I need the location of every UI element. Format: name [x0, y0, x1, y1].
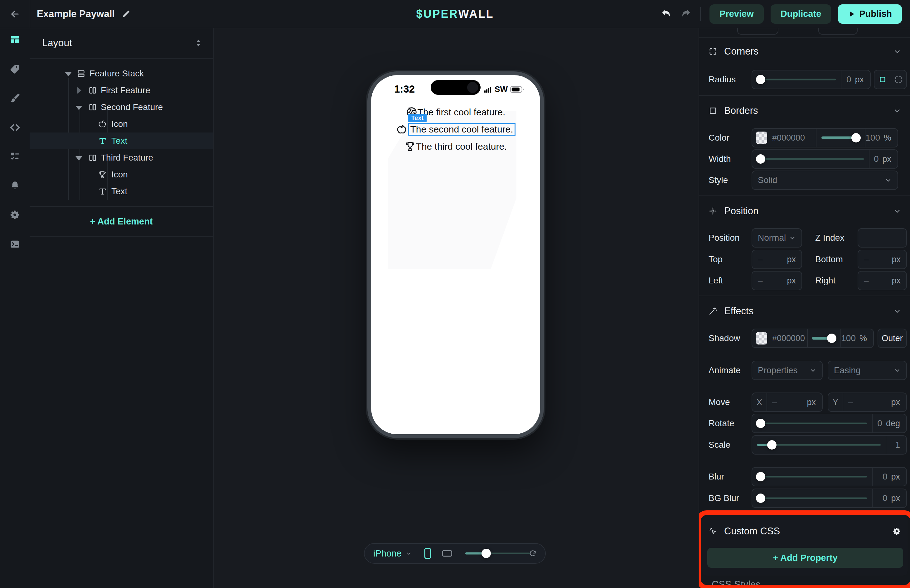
settings-gear-icon[interactable]: [10, 210, 20, 220]
move-x-input[interactable]: –px: [766, 393, 822, 411]
border-opacity-slider[interactable]: [816, 129, 865, 147]
border-color-swatch[interactable]: #000000: [752, 129, 816, 147]
radius-input[interactable]: 0px: [841, 71, 870, 89]
animate-properties-select[interactable]: Properties: [752, 361, 823, 380]
expander-down-icon[interactable]: [76, 106, 82, 110]
add-element-button[interactable]: + Add Element: [30, 210, 213, 233]
landscape-orientation-icon[interactable]: [442, 549, 453, 558]
feature-text[interactable]: The second cool feature.: [410, 124, 513, 134]
tree-item-icon[interactable]: Icon: [30, 166, 213, 183]
checklist-icon[interactable]: [10, 151, 20, 162]
feature-text[interactable]: The first cool feature.: [418, 107, 506, 118]
shadow-slider-handle[interactable]: [827, 334, 836, 343]
scale-slider[interactable]: [752, 436, 886, 454]
layout-tab-icon[interactable]: [10, 34, 20, 45]
position-type-select[interactable]: Normal: [752, 228, 802, 247]
rotate-input[interactable]: 0deg: [872, 414, 906, 433]
corners-section-header[interactable]: Corners: [699, 42, 910, 61]
border-style-row: Style Solid: [699, 171, 910, 190]
bg-blur-slider-handle[interactable]: [756, 494, 765, 503]
terminal-icon[interactable]: [10, 239, 20, 249]
scale-input[interactable]: 1: [886, 436, 906, 454]
left-input[interactable]: –px: [752, 271, 802, 290]
chevron-down-icon[interactable]: [893, 307, 901, 315]
expander-down-icon[interactable]: [76, 156, 82, 161]
tree-item-text-selected[interactable]: Text: [30, 132, 213, 149]
preview-button[interactable]: Preview: [710, 4, 764, 24]
zoom-slider-handle[interactable]: [482, 549, 491, 558]
code-icon[interactable]: [9, 122, 21, 133]
border-width-slider[interactable]: [752, 150, 869, 168]
bottom-input[interactable]: –px: [858, 250, 907, 269]
theme-brush-icon[interactable]: [10, 93, 20, 103]
chevron-down-icon[interactable]: [893, 47, 901, 55]
radius-slider-handle[interactable]: [756, 75, 765, 84]
rotate-slider-handle[interactable]: [756, 419, 765, 428]
notifications-bell-icon[interactable]: [10, 180, 20, 191]
carrier-label: SW: [495, 84, 508, 94]
feature-text[interactable]: The third cool feature.: [416, 141, 507, 152]
back-button[interactable]: [0, 0, 30, 28]
border-style-select[interactable]: Solid: [752, 171, 898, 190]
tree-item-feature-stack[interactable]: Feature Stack: [30, 65, 213, 82]
feature-row[interactable]: The first cool feature.: [406, 105, 506, 120]
opacity-slider-handle[interactable]: [851, 133, 861, 142]
selected-text-element[interactable]: The second cool feature. Text: [408, 123, 515, 136]
redo-icon[interactable]: [679, 8, 692, 20]
page-title: Example Paywall: [37, 8, 115, 19]
shadow-opacity-slider[interactable]: [807, 329, 841, 347]
expander-down-icon[interactable]: [65, 72, 72, 76]
transparent-swatch[interactable]: [756, 332, 767, 344]
shadow-mode-button[interactable]: Outer: [878, 329, 907, 348]
chevron-down-icon[interactable]: [406, 550, 411, 557]
tree-item-first-feature[interactable]: First Feature: [30, 82, 213, 99]
border-opacity-input[interactable]: 100%: [865, 129, 897, 147]
scale-slider-handle[interactable]: [767, 440, 776, 449]
shadow-color-swatch[interactable]: #000000: [752, 329, 807, 347]
expander-right-icon[interactable]: [77, 87, 81, 94]
section-divider: [699, 296, 910, 296]
undo-icon[interactable]: [661, 8, 673, 20]
top-input[interactable]: –px: [752, 250, 802, 269]
tree-item-icon[interactable]: Icon: [30, 116, 213, 132]
duplicate-button[interactable]: Duplicate: [771, 4, 831, 24]
chevron-down-icon[interactable]: [893, 107, 901, 115]
bg-blur-slider[interactable]: [752, 489, 872, 507]
width-slider-handle[interactable]: [756, 154, 765, 164]
per-corner-radius-button[interactable]: [891, 71, 906, 89]
panel-divider: [30, 206, 213, 207]
transparent-swatch[interactable]: [756, 132, 767, 144]
blur-input[interactable]: 0px: [872, 468, 906, 486]
effects-section-header[interactable]: Effects: [699, 302, 910, 320]
rotate-slider[interactable]: [752, 414, 872, 433]
tree-item-second-feature[interactable]: Second Feature: [30, 99, 213, 116]
portrait-orientation-icon[interactable]: [424, 547, 431, 560]
position-section-header[interactable]: Position: [699, 202, 910, 220]
zoom-slider[interactable]: [465, 549, 515, 558]
publish-button[interactable]: Publish: [838, 4, 902, 24]
uniform-radius-button[interactable]: [874, 71, 891, 89]
border-width-input[interactable]: 0px: [869, 150, 897, 168]
tree-item-third-feature[interactable]: Third Feature: [30, 149, 213, 166]
device-select[interactable]: iPhone: [373, 548, 401, 559]
right-input[interactable]: –px: [858, 271, 907, 290]
feature-row-selected[interactable]: The second cool feature. Text: [396, 122, 515, 137]
sort-icon[interactable]: [194, 38, 202, 48]
edit-pencil-icon[interactable]: [121, 10, 130, 18]
chevron-down-icon[interactable]: [893, 207, 901, 215]
tree-item-text[interactable]: Text: [30, 183, 213, 200]
radius-slider[interactable]: [752, 71, 841, 89]
position-top-bottom-row: Top –px Bottom –px: [699, 250, 910, 269]
blur-slider[interactable]: [752, 468, 872, 486]
bg-blur-input[interactable]: 0px: [872, 489, 906, 507]
feature-row[interactable]: The third cool feature.: [404, 139, 507, 154]
shadow-opacity-input[interactable]: 100%: [840, 329, 873, 347]
blur-slider-handle[interactable]: [756, 472, 765, 481]
borders-section-header[interactable]: Borders: [699, 101, 910, 120]
phone-screen[interactable]: 1:32 SW The first cool feature.: [371, 75, 540, 434]
move-y-input[interactable]: –px: [843, 393, 906, 411]
animate-easing-select[interactable]: Easing: [828, 361, 907, 380]
products-tag-icon[interactable]: [10, 64, 20, 74]
layout-panel: Layout Feature Stack First Feature: [30, 28, 213, 588]
zindex-input[interactable]: [858, 228, 907, 247]
